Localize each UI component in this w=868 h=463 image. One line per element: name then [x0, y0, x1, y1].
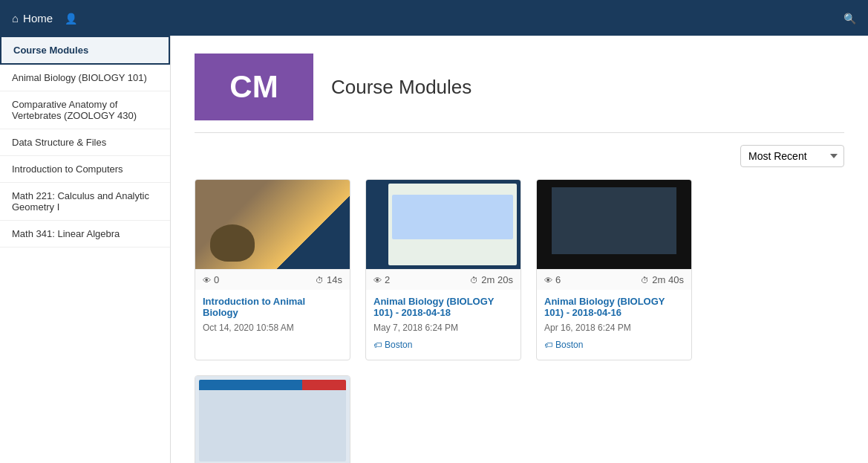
video-title-link-biology-2018-04-18[interactable]: Animal Biology (BIOLOGY 101) - 2018-04-1… [373, 296, 513, 318]
video-info-biology-2018-04-18: Animal Biology (BIOLOGY 101) - 2018-04-1… [366, 290, 521, 360]
video-card-biology-2018-04-18: 2 2m 20sAnimal Biology (BIOLOGY 101) - 2… [365, 179, 521, 360]
eye-icon [373, 274, 382, 285]
sort-select[interactable]: Most RecentMost ViewedAlphabetical [740, 145, 844, 167]
course-logo: CM [195, 54, 313, 120]
sidebar-item-comparative-anatomy[interactable]: Comparative Anatomy of Vertebrates (ZOOL… [0, 91, 170, 129]
clock-icon [316, 274, 324, 285]
video-card-biology-2018-04-16: 6 2m 40sAnimal Biology (BIOLOGY 101) - 2… [536, 179, 692, 360]
home-link[interactable]: Home [12, 12, 53, 25]
clock-icon [641, 274, 649, 285]
video-card-intro-animal-biology: 0 14sIntroduction to Animal BiologyOct 1… [195, 179, 350, 360]
eye-icon [544, 274, 552, 285]
video-card-biology-2018-04-12: 5 1h 1mAnimal Biology (BIOLOGY 101) - 20… [195, 375, 350, 463]
video-thumbnail-biology-2018-04-18[interactable] [366, 180, 521, 269]
course-title: Course Modules [331, 76, 471, 99]
video-date-intro-animal-biology: Oct 14, 2020 10:58 AM [203, 323, 342, 333]
right-stats: 14s [316, 274, 342, 285]
filter-row: Most RecentMost ViewedAlphabetical [171, 133, 868, 179]
video-thumbnail-intro-animal-biology[interactable] [195, 180, 350, 269]
right-stats: 2m 40s [641, 274, 684, 285]
video-title-link-biology-2018-04-16[interactable]: Animal Biology (BIOLOGY 101) - 2018-04-1… [544, 296, 684, 318]
sidebar-item-math-221[interactable]: Math 221: Calculus and Analytic Geometry… [0, 183, 170, 221]
home-icon [12, 12, 19, 25]
video-grid: 0 14sIntroduction to Animal BiologyOct 1… [171, 179, 868, 463]
tag-icon [544, 340, 552, 350]
sidebar-item-math-341[interactable]: Math 341: Linear Algebra [0, 221, 170, 247]
sidebar: Course ModulesAnimal Biology (BIOLOGY 10… [0, 36, 171, 463]
nav-left: Home [12, 10, 77, 26]
views-stat: 6 [544, 274, 561, 285]
video-info-biology-2018-04-16: Animal Biology (BIOLOGY 101) - 2018-04-1… [537, 290, 691, 360]
tag-icon [373, 340, 382, 350]
video-stats-intro-animal-biology: 0 14s [195, 269, 350, 290]
video-info-intro-animal-biology: Introduction to Animal BiologyOct 14, 20… [195, 290, 350, 346]
video-tag-biology-2018-04-16[interactable]: Boston [544, 340, 583, 350]
main-content: CM Course Modules Most RecentMost Viewed… [171, 36, 868, 463]
sidebar-item-data-structure[interactable]: Data Structure & Files [0, 129, 170, 156]
home-label: Home [23, 12, 53, 25]
eye-icon [203, 274, 211, 285]
search-icon[interactable] [843, 10, 856, 26]
views-stat: 0 [203, 274, 219, 285]
video-stats-biology-2018-04-16: 6 2m 40s [537, 269, 691, 290]
sidebar-item-intro-computers[interactable]: Introduction to Computers [0, 156, 170, 183]
video-date-biology-2018-04-18: May 7, 2018 6:24 PM [373, 323, 513, 333]
main-layout: Course ModulesAnimal Biology (BIOLOGY 10… [0, 36, 868, 463]
video-stats-biology-2018-04-18: 2 2m 20s [366, 269, 521, 290]
right-stats: 2m 20s [470, 274, 513, 285]
sidebar-item-animal-biology[interactable]: Animal Biology (BIOLOGY 101) [0, 65, 170, 91]
views-stat: 2 [373, 274, 390, 285]
user-icon[interactable] [65, 10, 77, 26]
sidebar-item-course-modules[interactable]: Course Modules [0, 36, 170, 65]
video-tag-biology-2018-04-18[interactable]: Boston [373, 340, 412, 350]
video-tag-label: Boston [385, 340, 412, 350]
clock-icon [470, 274, 478, 285]
top-navigation: Home [0, 0, 868, 36]
video-thumbnail-biology-2018-04-12[interactable] [195, 376, 350, 463]
video-tag-label: Boston [555, 340, 583, 350]
video-thumbnail-biology-2018-04-16[interactable] [537, 180, 691, 269]
video-date-biology-2018-04-16: Apr 16, 2018 6:24 PM [544, 323, 684, 333]
video-title-link-intro-animal-biology[interactable]: Introduction to Animal Biology [203, 296, 342, 318]
course-header: CM Course Modules [171, 36, 868, 132]
